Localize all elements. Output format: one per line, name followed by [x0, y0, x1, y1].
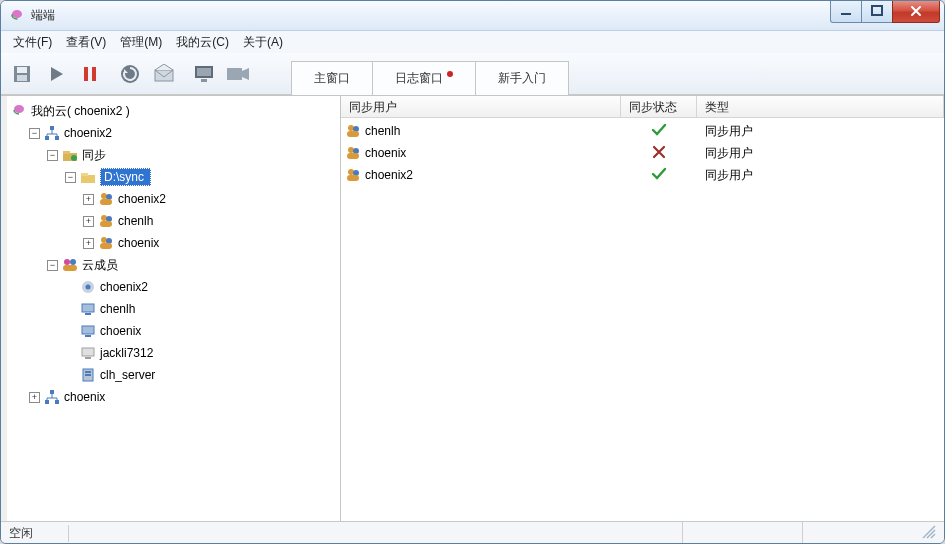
tree-members[interactable]: − 云成员	[43, 254, 340, 276]
users-icon	[345, 123, 361, 139]
list-row[interactable]: choenix2 同步用户	[341, 164, 944, 186]
svg-point-18	[71, 155, 77, 161]
col-header-user[interactable]: 同步用户	[341, 96, 621, 117]
monitor-button[interactable]	[189, 59, 219, 89]
tree-cloud2-label: choenix	[64, 390, 105, 404]
close-button[interactable]	[892, 1, 940, 23]
camera-button[interactable]	[223, 59, 253, 89]
sync-folder-icon	[62, 147, 78, 163]
users-icon	[345, 145, 361, 161]
tab-log[interactable]: 日志窗口	[372, 61, 476, 95]
menu-mycloud[interactable]: 我的云(C)	[170, 32, 235, 53]
tree-item-label: choenix	[118, 236, 159, 250]
pause-button[interactable]	[75, 59, 105, 89]
server-icon	[80, 367, 96, 383]
tree-root[interactable]: 我的云( choenix2 )	[7, 100, 340, 122]
tree-sync-child[interactable]: + chenlh	[79, 210, 340, 232]
svg-rect-15	[55, 136, 59, 140]
members-icon	[62, 257, 78, 273]
list-row[interactable]: choenix 同步用户	[341, 142, 944, 164]
computer-icon	[80, 323, 96, 339]
menubar: 文件(F) 查看(V) 管理(M) 我的云(C) 关于(A)	[1, 31, 944, 53]
gear-icon	[80, 279, 96, 295]
svg-rect-42	[85, 371, 91, 373]
tree-pane[interactable]: 我的云( choenix2 ) − choenix2	[1, 96, 341, 521]
row-type: 同步用户	[697, 145, 944, 162]
check-icon	[651, 123, 667, 140]
save-button[interactable]	[7, 59, 37, 89]
tree-sync-path[interactable]: − D:\sync	[61, 166, 340, 188]
play-button[interactable]	[41, 59, 71, 89]
expander-icon[interactable]: −	[65, 172, 76, 183]
notification-dot-icon	[447, 71, 453, 77]
row-user: choenix	[365, 146, 406, 160]
tree-member[interactable]: chenlh	[61, 298, 340, 320]
mail-button[interactable]	[149, 59, 179, 89]
tree-root-label: 我的云( choenix2 )	[31, 103, 130, 120]
svg-rect-14	[45, 136, 49, 140]
svg-point-53	[348, 169, 354, 175]
menu-file[interactable]: 文件(F)	[7, 32, 58, 53]
users-icon	[98, 213, 114, 229]
folder-icon	[80, 169, 96, 185]
list-rows[interactable]: chenlh 同步用户 choenix 同步用户 cho	[341, 118, 944, 521]
row-type: 同步用户	[697, 123, 944, 140]
svg-rect-38	[85, 335, 91, 337]
tab-beginner[interactable]: 新手入门	[475, 61, 569, 95]
users-icon	[98, 191, 114, 207]
menu-manage[interactable]: 管理(M)	[114, 32, 168, 53]
maximize-button[interactable]	[861, 1, 893, 23]
tree-member[interactable]: clh_server	[61, 364, 340, 386]
svg-rect-13	[50, 126, 54, 130]
svg-point-34	[86, 285, 91, 290]
expander-icon[interactable]: +	[83, 216, 94, 227]
tree-sync-path-label: D:\sync	[100, 168, 151, 186]
svg-rect-26	[100, 221, 112, 227]
col-header-status[interactable]: 同步状态	[621, 96, 697, 117]
svg-point-24	[101, 215, 107, 221]
tree-item-label: clh_server	[100, 368, 155, 382]
svg-rect-29	[100, 243, 112, 249]
tree-member[interactable]: choenix2	[61, 276, 340, 298]
expander-icon[interactable]: −	[47, 150, 58, 161]
expander-icon[interactable]: +	[83, 238, 94, 249]
menu-view[interactable]: 查看(V)	[60, 32, 112, 53]
tree-sync-label: 同步	[82, 147, 106, 164]
expander-icon[interactable]: +	[83, 194, 94, 205]
tree-sync-child[interactable]: + choenix	[79, 232, 340, 254]
svg-point-50	[348, 147, 354, 153]
network-icon	[44, 125, 60, 141]
svg-rect-0	[841, 13, 851, 15]
refresh-button[interactable]	[115, 59, 145, 89]
svg-point-27	[101, 237, 107, 243]
menu-about[interactable]: 关于(A)	[237, 32, 289, 53]
svg-rect-40	[85, 357, 91, 359]
expander-icon[interactable]: −	[29, 128, 40, 139]
tree-cloud1[interactable]: − choenix2	[25, 122, 340, 144]
svg-rect-3	[17, 67, 27, 73]
tree-member[interactable]: jackli7312	[61, 342, 340, 364]
svg-rect-4	[17, 75, 27, 81]
row-type: 同步用户	[697, 167, 944, 184]
svg-point-30	[64, 259, 70, 265]
app-window: 端端 文件(F) 查看(V) 管理(M) 我的云(C) 关于(A)	[0, 0, 945, 544]
tree-cloud2[interactable]: + choenix	[25, 386, 340, 408]
tab-main[interactable]: 主窗口	[291, 61, 373, 95]
col-header-type[interactable]: 类型	[697, 96, 944, 117]
svg-rect-49	[347, 131, 359, 137]
list-row[interactable]: chenlh 同步用户	[341, 120, 944, 142]
svg-rect-46	[55, 400, 59, 404]
tree-sync[interactable]: − 同步	[43, 144, 340, 166]
resize-grip-icon[interactable]	[922, 525, 936, 542]
tree-sync-child[interactable]: + choenix2	[79, 188, 340, 210]
expander-icon[interactable]: +	[29, 392, 40, 403]
tree-item-label: choenix2	[100, 280, 148, 294]
row-user: choenix2	[365, 168, 413, 182]
tree-item-label: jackli7312	[100, 346, 153, 360]
users-icon	[98, 235, 114, 251]
minimize-button[interactable]	[830, 1, 862, 23]
check-icon	[651, 167, 667, 184]
expander-icon[interactable]: −	[47, 260, 58, 271]
window-title: 端端	[31, 7, 55, 24]
tree-member[interactable]: choenix	[61, 320, 340, 342]
